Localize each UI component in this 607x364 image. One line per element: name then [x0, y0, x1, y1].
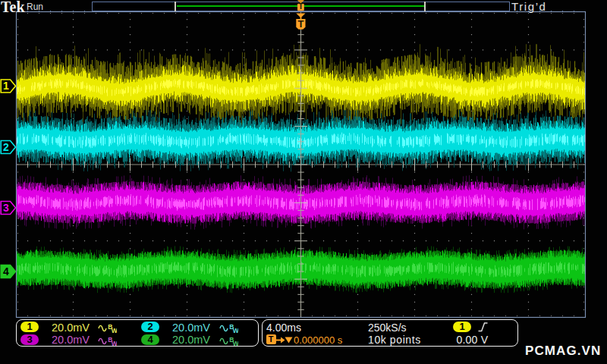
svg-text:T: T	[298, 18, 304, 30]
svg-text:1: 1	[3, 80, 9, 92]
svg-text:W: W	[112, 327, 117, 334]
svg-text:W: W	[233, 340, 238, 347]
svg-text:T: T	[298, 2, 304, 11]
svg-text:W: W	[233, 327, 238, 334]
svg-text:3: 3	[3, 202, 9, 214]
svg-text:4: 4	[3, 265, 9, 278]
svg-text:W: W	[112, 340, 117, 347]
svg-text:2: 2	[3, 141, 9, 153]
